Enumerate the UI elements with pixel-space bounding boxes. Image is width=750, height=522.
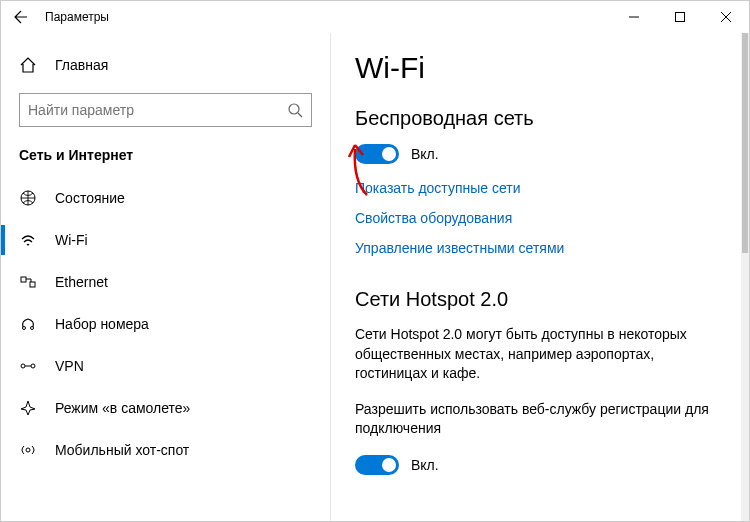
content-scrollbar[interactable] <box>741 33 749 521</box>
scrollbar-thumb[interactable] <box>742 33 748 253</box>
sidebar-item-label: Wi-Fi <box>55 232 88 248</box>
svg-rect-4 <box>30 282 35 287</box>
maximize-icon <box>675 12 685 22</box>
back-arrow-icon <box>13 9 29 25</box>
sidebar-item-label: Режим «в самолете» <box>55 400 190 416</box>
minimize-button[interactable] <box>611 1 657 33</box>
close-button[interactable] <box>703 1 749 33</box>
window-title: Параметры <box>41 10 611 24</box>
sidebar-category: Сеть и Интернет <box>1 141 330 177</box>
hotspot-toggle-row: Вкл. <box>355 455 725 475</box>
sidebar-item-label: Набор номера <box>55 316 149 332</box>
svg-point-6 <box>31 327 34 330</box>
hotspot-heading: Сети Hotspot 2.0 <box>355 288 725 311</box>
hotspot-perm-desc: Разрешить использовать веб-службу регист… <box>355 400 725 439</box>
known-networks-link[interactable]: Управление известными сетями <box>355 240 725 256</box>
wifi-toggle-label: Вкл. <box>411 146 439 162</box>
sidebar-item-ethernet[interactable]: Ethernet <box>1 261 330 303</box>
sidebar-item-hotspot[interactable]: Мобильный хот-спот <box>1 429 330 471</box>
home-nav[interactable]: Главная <box>1 45 330 85</box>
titlebar: Параметры <box>1 1 749 33</box>
svg-point-5 <box>23 327 26 330</box>
ethernet-icon <box>19 273 37 291</box>
sidebar-item-status[interactable]: Состояние <box>1 177 330 219</box>
sidebar-item-vpn[interactable]: VPN <box>1 345 330 387</box>
hotspot-toggle-label: Вкл. <box>411 457 439 473</box>
sidebar-item-wifi[interactable]: Wi-Fi <box>1 219 330 261</box>
show-networks-link[interactable]: Показать доступные сети <box>355 180 725 196</box>
wifi-toggle-row: Вкл. <box>355 144 725 164</box>
sidebar-item-dialup[interactable]: Набор номера <box>1 303 330 345</box>
svg-point-9 <box>26 448 30 452</box>
hotspot-icon <box>19 441 37 459</box>
settings-window: Параметры Главная Се <box>0 0 750 522</box>
globe-icon <box>19 189 37 207</box>
svg-rect-3 <box>21 277 26 282</box>
airplane-icon <box>19 399 37 417</box>
search-icon <box>287 102 303 118</box>
back-button[interactable] <box>1 1 41 33</box>
minimize-icon <box>629 12 639 22</box>
hotspot-toggle[interactable] <box>355 455 399 475</box>
svg-point-8 <box>31 364 35 368</box>
search-box[interactable] <box>19 93 312 127</box>
svg-point-1 <box>289 104 299 114</box>
maximize-button[interactable] <box>657 1 703 33</box>
wifi-toggle[interactable] <box>355 144 399 164</box>
sidebar-item-airplane[interactable]: Режим «в самолете» <box>1 387 330 429</box>
content-pane: Wi-Fi Беспроводная сеть Вкл. Показать до… <box>331 33 749 521</box>
dialup-icon <box>19 315 37 333</box>
sidebar-item-label: Состояние <box>55 190 125 206</box>
page-title: Wi-Fi <box>355 51 725 85</box>
sidebar-item-label: Мобильный хот-спот <box>55 442 189 458</box>
home-icon <box>19 56 37 74</box>
wifi-icon <box>19 231 37 249</box>
sidebar-item-label: Ethernet <box>55 274 108 290</box>
search-input[interactable] <box>28 102 287 118</box>
hotspot-desc: Сети Hotspot 2.0 могут быть доступны в н… <box>355 325 725 384</box>
window-body: Главная Сеть и Интернет Состояние Wi <box>1 33 749 521</box>
sidebar: Главная Сеть и Интернет Состояние Wi <box>1 33 331 521</box>
hardware-props-link[interactable]: Свойства оборудования <box>355 210 725 226</box>
svg-rect-0 <box>676 13 685 22</box>
vpn-icon <box>19 357 37 375</box>
svg-point-7 <box>21 364 25 368</box>
wireless-heading: Беспроводная сеть <box>355 107 725 130</box>
home-label: Главная <box>55 57 108 73</box>
sidebar-item-label: VPN <box>55 358 84 374</box>
close-icon <box>721 12 731 22</box>
